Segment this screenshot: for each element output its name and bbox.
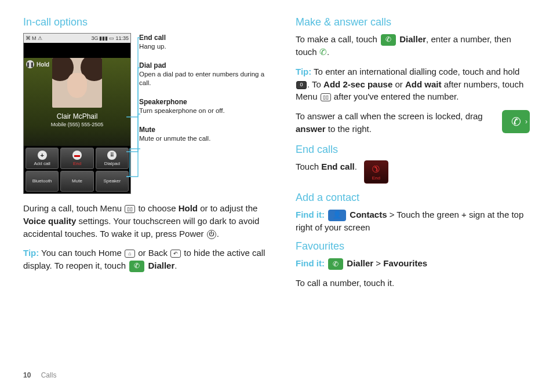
- heading-make-answer: Make & answer calls: [296, 16, 530, 28]
- pause-icon: ❚❚: [26, 60, 34, 68]
- section-name: Calls: [41, 371, 57, 379]
- warning-icon: ⚠: [38, 35, 42, 41]
- contacts-label: Contacts: [350, 210, 387, 219]
- heading-add-contact: Add a contact: [296, 192, 530, 204]
- heading-end-calls: End calls: [296, 144, 530, 156]
- dialler-pill-icon: ✆: [381, 34, 396, 46]
- menu-icon: ▯▯: [321, 93, 331, 101]
- callout-end-call: End call Hang up.: [139, 33, 267, 52]
- power-icon: ⏻: [207, 230, 216, 239]
- call-icon: ✆: [319, 47, 327, 57]
- paragraph-answer: To answer a call when the screen is lock…: [296, 110, 495, 135]
- hold-badge: ❚❚ Hold: [26, 60, 49, 68]
- dialler-pill-icon: ✆: [129, 261, 144, 272]
- end-tile-label: End: [372, 175, 380, 181]
- end-call-icon: ✆: [370, 162, 383, 175]
- network-3g-icon: 3G: [91, 35, 98, 41]
- zero-key-icon: 0: [296, 81, 307, 89]
- mute-button[interactable]: Mute: [60, 171, 93, 192]
- callout-body: Hang up.: [139, 42, 267, 52]
- speaker-label: Speaker: [103, 178, 121, 184]
- callout-title: Mute: [139, 125, 267, 134]
- dialpad-label: Dialpad: [104, 161, 120, 166]
- hold-label: Hold: [37, 61, 49, 68]
- dialpad-button[interactable]: ⠿ Dialpad: [96, 148, 129, 169]
- page-footer: 10 Calls: [23, 371, 56, 379]
- dialler-label: Dialler: [148, 261, 174, 270]
- add-call-label: Add call: [34, 161, 50, 166]
- find-it-label: Find it:: [296, 258, 325, 268]
- add-call-button[interactable]: + Add call: [26, 148, 59, 169]
- page-number: 10: [23, 371, 31, 379]
- phone-icon: ✆: [511, 115, 521, 129]
- caller-name: Clair McPhail: [24, 112, 130, 120]
- heading-favourites: Favourites: [296, 240, 530, 252]
- callout-title: End call: [139, 33, 267, 42]
- caller-number: Mobile (555) 555-2505: [24, 122, 130, 127]
- callout-body: Turn speakerphone on or off.: [139, 107, 267, 116]
- paragraph-tip-home-back: Tip: You can touch Home ⌂ or Back ↶ to h…: [23, 247, 267, 272]
- paragraph-favourites-path: Find it: ✆ Dialler > Favourites: [296, 257, 530, 270]
- status-bar: ⌘ M ⚠ 3G ▮▮▮ ▭ 11:35: [24, 34, 130, 43]
- paragraph-tip-intl: Tip: To enter an international dialling …: [296, 65, 530, 103]
- bluetooth-label: Bluetooth: [32, 178, 52, 184]
- home-icon: ⌂: [125, 250, 135, 258]
- dialler-label: Dialler: [399, 34, 426, 44]
- dialler-pill-icon: ✆: [328, 258, 343, 270]
- paragraph-during-call: During a call, touch Menu ▯▯ to choose H…: [23, 202, 267, 240]
- paragraph-end-call: Touch End call.: [296, 160, 357, 173]
- battery-icon: ▭: [109, 35, 114, 41]
- menu-icon: ▯▯: [125, 205, 135, 213]
- answer-tile: ✆: [502, 110, 530, 133]
- dialler-label: Dialler: [347, 258, 373, 268]
- tip-label: Tip:: [296, 67, 311, 76]
- heading-in-call-options: In-call options: [23, 16, 267, 28]
- callout-speakerphone: Speakerphone Turn speakerphone on or off…: [139, 97, 267, 116]
- paragraph-add-contact: Find it: 👤 Contacts > Touch the green + …: [296, 208, 530, 234]
- dialpad-icon: ⠿: [107, 151, 117, 160]
- mute-label: Mute: [72, 178, 82, 184]
- tip-label: Tip:: [23, 248, 39, 258]
- paragraph-make-call: To make a call, touch ✆ Dialler, enter a…: [296, 33, 530, 58]
- callout-dial-pad: Dial pad Open a dial pad to enter number…: [139, 61, 267, 88]
- back-icon: ↶: [170, 250, 181, 258]
- end-tile: ✆ End: [364, 160, 388, 184]
- callout-body: Mute or unmute the call.: [139, 134, 267, 144]
- plus-icon: +: [38, 151, 47, 160]
- mail-icon: M: [32, 35, 37, 41]
- end-call-button[interactable]: ▬ End: [60, 148, 93, 169]
- favourites-label: Favourites: [383, 258, 427, 268]
- caller-avatar: [52, 58, 102, 108]
- phone-mock: ⌘ M ⚠ 3G ▮▮▮ ▭ 11:35 ❚❚ Hold: [23, 33, 131, 194]
- callout-mute: Mute Mute or unmute the call.: [139, 125, 267, 144]
- contacts-pill-icon: 👤: [328, 210, 346, 221]
- signal-icon: ▮▮▮: [99, 35, 108, 41]
- callout-title: Speakerphone: [139, 97, 267, 107]
- speaker-button[interactable]: Speaker: [96, 171, 129, 192]
- bluetooth-button[interactable]: Bluetooth: [26, 171, 59, 192]
- end-icon: ▬: [72, 151, 82, 160]
- paragraph-favourites-body: To call a number, touch it.: [296, 277, 530, 290]
- callout-body: Open a dial pad to enter numbers during …: [139, 70, 267, 88]
- voicemail-icon: ⌘: [26, 35, 31, 41]
- end-label: End: [73, 161, 81, 166]
- find-it-label: Find it:: [296, 210, 325, 219]
- callout-title: Dial pad: [139, 61, 267, 70]
